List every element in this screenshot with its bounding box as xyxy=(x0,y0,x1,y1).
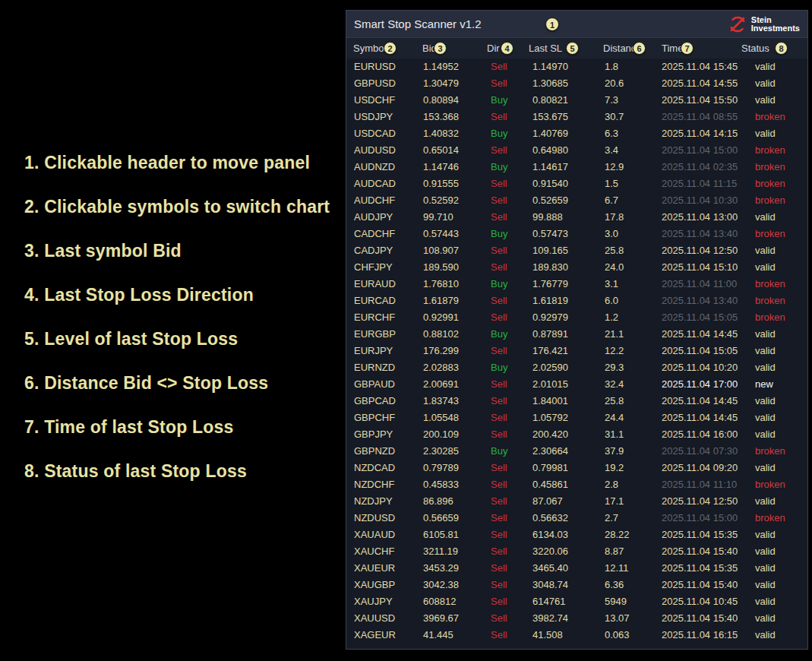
symbol-link[interactable]: AUDCHF xyxy=(354,192,395,209)
table-row: EURAUD1.76810Buy1.767793.12025.11.04 11:… xyxy=(346,276,807,293)
distance-cell: 29.3 xyxy=(605,359,624,376)
status-cell: valid xyxy=(755,610,776,627)
status-cell: broken xyxy=(755,176,785,192)
last_sl-cell: 176.421 xyxy=(532,343,568,359)
time-cell: 2025.11.04 11:10 xyxy=(662,476,737,493)
symbol-link[interactable]: GBPJPY xyxy=(354,426,393,443)
distance-cell: 37.9 xyxy=(605,443,624,460)
symbol-link[interactable]: CHFJPY xyxy=(354,259,393,276)
symbol-link[interactable]: NZDCAD xyxy=(354,460,395,476)
status-cell: valid xyxy=(755,359,776,376)
table-row: AUDCHF0.52592Sell0.526596.72025.11.04 10… xyxy=(346,192,807,209)
bid-cell: 41.445 xyxy=(423,627,453,644)
time-cell: 2025.11.04 13:40 xyxy=(662,293,738,309)
last_sl-cell: 3982.74 xyxy=(532,610,568,627)
distance-cell: 1.2 xyxy=(605,309,618,326)
symbol-link[interactable]: GBPAUD xyxy=(354,376,395,393)
table-row: CADCHF0.57443Buy0.574733.02025.11.04 13:… xyxy=(346,226,807,242)
symbol-link[interactable]: GBPCHF xyxy=(354,410,395,426)
status-cell: valid xyxy=(755,326,776,343)
time-cell: 2025.11.04 13:40 xyxy=(662,226,738,242)
callout-badge-2: 2 xyxy=(384,42,397,55)
status-cell: valid xyxy=(755,460,776,476)
symbol-link[interactable]: GBPNZD xyxy=(354,443,395,460)
last_sl-cell: 189.830 xyxy=(532,259,568,276)
symbol-link[interactable]: XAUAUD xyxy=(354,527,395,543)
symbol-link[interactable]: USDJPY xyxy=(354,109,393,125)
bid-cell: 0.79789 xyxy=(423,460,459,476)
symbol-link[interactable]: EURUSD xyxy=(354,59,396,75)
table-row: EURJPY176.299Sell176.42112.22025.11.04 1… xyxy=(346,343,807,359)
dir-cell: Sell xyxy=(491,259,507,276)
symbol-link[interactable]: XAUUSD xyxy=(354,610,395,627)
symbol-link[interactable]: XAUEUR xyxy=(354,560,395,577)
symbol-link[interactable]: EURJPY xyxy=(354,343,393,359)
status-cell: valid xyxy=(755,426,776,443)
status-cell: broken xyxy=(755,226,785,242)
dir-cell: Sell xyxy=(491,309,507,326)
symbol-link[interactable]: XAUCHF xyxy=(354,543,394,560)
status-cell: valid xyxy=(755,627,776,644)
symbol-link[interactable]: AUDCAD xyxy=(354,176,396,192)
status-cell: valid xyxy=(755,543,776,560)
symbol-link[interactable]: NZDUSD xyxy=(354,510,395,527)
bid-cell: 108.907 xyxy=(423,242,459,259)
symbol-link[interactable]: EURNZD xyxy=(354,359,395,376)
symbol-link[interactable]: CADJPY xyxy=(354,242,393,259)
status-cell: broken xyxy=(755,276,785,293)
table-row: NZDCHF0.45833Sell0.458612.82025.11.04 11… xyxy=(346,476,807,493)
symbol-link[interactable]: CADCHF xyxy=(354,226,395,242)
symbol-link[interactable]: AUDNZD xyxy=(354,159,395,176)
time-cell: 2025.11.04 07:30 xyxy=(662,443,738,460)
last_sl-cell: 2.30664 xyxy=(532,443,568,460)
last_sl-cell: 1.05792 xyxy=(532,410,568,426)
time-cell: 2025.11.04 09:20 xyxy=(662,460,738,476)
table-header-row: Symbol2Bid3Dir4Last SL5Distance6Time7Sta… xyxy=(346,38,807,59)
time-cell: 2025.11.04 14:55 xyxy=(662,75,738,92)
smart-stop-scanner-panel: Smart Stop Scanner v1.2 1 Stein Investme… xyxy=(346,10,808,650)
table-row: GBPNZD2.30285Buy2.3066437.92025.11.04 07… xyxy=(346,443,807,460)
dir-cell: Sell xyxy=(491,543,507,560)
status-cell: new xyxy=(755,376,773,393)
dir-cell: Sell xyxy=(491,560,507,577)
last_sl-cell: 1.30685 xyxy=(532,75,568,92)
symbol-link[interactable]: XAGEUR xyxy=(354,627,396,644)
symbol-link[interactable]: EURCAD xyxy=(354,293,396,309)
dir-cell: Buy xyxy=(491,226,507,242)
table-row: XAUJPY608812Sell61476159492025.11.04 10:… xyxy=(346,593,807,610)
table-row: EURUSD1.14952Sell1.149701.82025.11.04 15… xyxy=(346,59,807,75)
time-cell: 2025.11.04 15:00 xyxy=(662,510,738,527)
panel-header[interactable]: Smart Stop Scanner v1.2 1 Stein Investme… xyxy=(346,11,807,38)
time-cell: 2025.11.04 15:35 xyxy=(662,527,738,543)
symbol-link[interactable]: AUDUSD xyxy=(354,142,396,159)
last_sl-cell: 0.52659 xyxy=(532,192,568,209)
last_sl-cell: 6134.03 xyxy=(532,527,568,543)
brand-name: Stein Investments xyxy=(751,16,800,33)
time-cell: 2025.11.04 12:50 xyxy=(662,242,738,259)
distance-cell: 25.8 xyxy=(605,242,624,259)
symbol-link[interactable]: EURCHF xyxy=(354,309,395,326)
symbol-link[interactable]: EURAUD xyxy=(354,276,396,293)
symbol-link[interactable]: USDCHF xyxy=(354,92,395,109)
time-cell: 2025.11.04 16:00 xyxy=(662,426,738,443)
table-row: EURGBP0.88102Buy0.8789121.12025.11.04 14… xyxy=(346,326,807,343)
time-cell: 2025.11.04 15:40 xyxy=(662,577,738,593)
dir-cell: Sell xyxy=(491,426,507,443)
symbol-link[interactable]: NZDJPY xyxy=(354,493,393,510)
status-cell: broken xyxy=(755,510,785,527)
symbol-link[interactable]: NZDCHF xyxy=(354,476,394,493)
symbol-link[interactable]: EURGBP xyxy=(354,326,396,343)
last_sl-cell: 2.01015 xyxy=(532,376,568,393)
distance-cell: 17.8 xyxy=(605,209,624,226)
symbol-link[interactable]: GBPCAD xyxy=(354,393,396,410)
distance-cell: 6.3 xyxy=(605,125,618,142)
symbol-link[interactable]: GBPUSD xyxy=(354,75,396,92)
dir-cell: Buy xyxy=(491,92,507,109)
bid-cell: 1.14952 xyxy=(423,59,459,75)
last_sl-cell: 3465.40 xyxy=(532,560,568,577)
symbol-link[interactable]: XAUJPY xyxy=(354,593,393,610)
symbol-link[interactable]: AUDJPY xyxy=(354,209,393,226)
symbol-link[interactable]: XAUGBP xyxy=(354,577,395,593)
table-row: USDJPY153.368Sell153.67530.72025.11.04 0… xyxy=(346,109,807,125)
symbol-link[interactable]: USDCAD xyxy=(354,125,396,142)
